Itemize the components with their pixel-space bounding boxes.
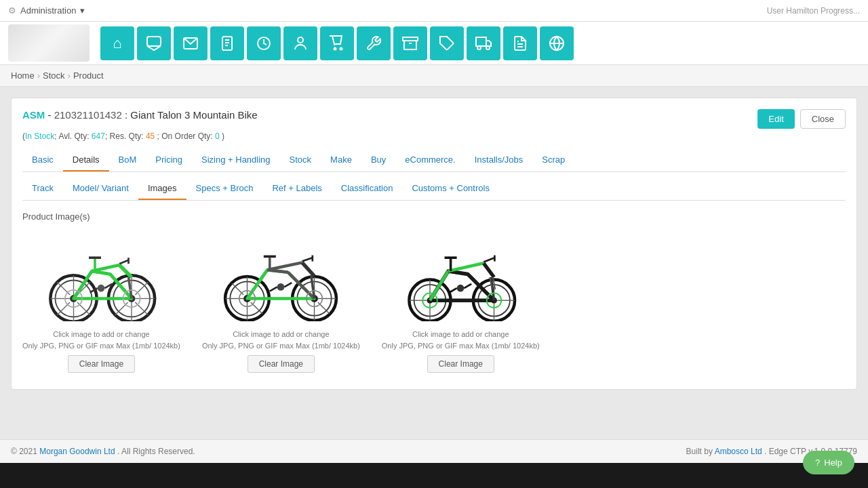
tab-sizing[interactable]: Sizing + Handling <box>192 149 280 171</box>
svg-point-8 <box>334 47 336 49</box>
tab-installs[interactable]: Installs/Jobs <box>465 149 533 171</box>
image-item-2: Click image to add or change Only JPG, P… <box>202 230 360 373</box>
help-question-icon: ? <box>815 458 820 463</box>
help-button[interactable]: ? Help <box>803 451 854 463</box>
product-title: ASM - 210321101432 : Giant Talon 3 Mount… <box>22 109 258 121</box>
globe-nav-btn[interactable] <box>540 26 574 60</box>
tab-model-variant[interactable]: Model/ Variant <box>63 178 138 200</box>
breadcrumb-sep1: › <box>37 70 40 81</box>
svg-line-50 <box>119 260 129 264</box>
tab-ref-labels[interactable]: Ref + Labels <box>262 178 331 200</box>
tab-images[interactable]: Images <box>138 178 186 200</box>
res-qty: 45 <box>146 131 155 141</box>
breadcrumb: Home › Stock › Product <box>0 65 868 87</box>
click-caption-3: Click image to add or change <box>382 329 540 340</box>
help-label: Help <box>824 458 842 463</box>
svg-rect-13 <box>476 37 486 46</box>
svg-line-119 <box>450 288 457 292</box>
tabs-level2: Track Model/ Variant Images Specs + Broc… <box>22 178 846 201</box>
product-colon: : <box>122 109 131 121</box>
tab-make[interactable]: Make <box>321 149 361 171</box>
top-bar: ⚙ Administration ▾ User Hamilton Progres… <box>0 0 868 22</box>
breadcrumb-sep2: › <box>68 70 71 81</box>
svg-line-81 <box>268 262 302 270</box>
person-nav-btn[interactable] <box>283 26 317 60</box>
clipboard-nav-btn[interactable] <box>210 26 244 60</box>
tab-specs-broch[interactable]: Specs + Broch <box>186 178 263 200</box>
mail-nav-btn[interactable] <box>174 26 208 60</box>
svg-line-89 <box>270 287 277 291</box>
svg-line-120 <box>465 284 472 288</box>
copyright-year: © 2021 <box>11 447 37 456</box>
tab-classification[interactable]: Classification <box>332 178 403 200</box>
breadcrumb-home[interactable]: Home <box>11 70 35 81</box>
product-header: ASM - 210321101432 : Giant Talon 3 Mount… <box>22 109 846 129</box>
image-caption-3: Click image to add or change Only JPG, P… <box>382 329 540 351</box>
avl-label: Avl. Qty: <box>58 131 89 141</box>
product-stock: (In Stock; Avl. Qty: 647; Res. Qty: 45 ;… <box>22 131 846 141</box>
tab-details[interactable]: Details <box>63 149 109 171</box>
tab-scrap[interactable]: Scrap <box>532 149 574 171</box>
nav-icons: ⌂ <box>100 26 574 60</box>
breadcrumb-product[interactable]: Product <box>73 70 104 81</box>
images-label: Product Image(s) <box>22 211 846 222</box>
document-nav-btn[interactable] <box>503 26 537 60</box>
svg-point-88 <box>277 283 285 291</box>
order-label: On Order Qty: <box>161 131 212 141</box>
svg-rect-0 <box>147 37 161 46</box>
admin-dropdown-arrow[interactable]: ▾ <box>80 5 85 16</box>
tab-track[interactable]: Track <box>22 178 63 200</box>
close-button[interactable]: Close <box>800 109 846 129</box>
admin-label: Administration <box>20 5 76 16</box>
clear-image-btn-1[interactable]: Clear Image <box>68 355 135 373</box>
gear-icon: ⚙ <box>8 5 16 16</box>
footer-company-link[interactable]: Morgan Goodwin Ltd <box>39 447 115 456</box>
cart-nav-btn[interactable] <box>320 26 354 60</box>
clear-image-btn-3[interactable]: Clear Image <box>427 355 494 373</box>
tab-pricing[interactable]: Pricing <box>146 149 192 171</box>
product-sep: - <box>45 109 54 121</box>
svg-point-9 <box>340 47 342 49</box>
tab-customs-controls[interactable]: Customs + Controls <box>402 178 499 200</box>
image-container-3[interactable] <box>393 230 528 325</box>
clock-nav-btn[interactable] <box>247 26 281 60</box>
box-nav-btn[interactable] <box>393 26 427 60</box>
tab-buy[interactable]: Buy <box>361 149 395 171</box>
svg-line-84 <box>302 258 313 261</box>
footer-builder-link[interactable]: Ambosco Ltd <box>715 447 762 456</box>
product-card: ASM - 210321101432 : Giant Talon 3 Mount… <box>11 98 857 390</box>
images-section: Product Image(s) <box>22 201 846 378</box>
svg-line-111 <box>448 263 484 271</box>
built-by-label: Built by <box>686 447 713 456</box>
tab-stock[interactable]: Stock <box>280 149 321 171</box>
tab-ecommerce[interactable]: eCommerce. <box>395 149 465 171</box>
header-buttons: Edit Close <box>757 109 846 129</box>
image-item-1: Click image to add or change Only JPG, P… <box>22 230 180 373</box>
svg-line-112 <box>484 263 494 277</box>
tab-bom[interactable]: BoM <box>109 149 146 171</box>
svg-rect-10 <box>403 37 418 41</box>
image-caption-2: Click image to add or change Only JPG, P… <box>202 329 360 351</box>
image-container-2[interactable] <box>213 230 349 325</box>
top-bar-left: ⚙ Administration ▾ <box>8 5 85 16</box>
truck-nav-btn[interactable] <box>467 26 500 60</box>
tab-basic[interactable]: Basic <box>22 149 63 171</box>
edit-button[interactable]: Edit <box>757 109 794 129</box>
format-caption-1: Only JPG, PNG or GIF max Max (1mb/ 1024k… <box>22 340 180 352</box>
svg-line-82 <box>302 262 315 276</box>
user-info: User Hamilton Progress... <box>767 6 860 16</box>
svg-line-114 <box>484 258 494 262</box>
svg-point-54 <box>98 285 105 292</box>
svg-point-118 <box>457 285 465 292</box>
clear-image-btn-2[interactable]: Clear Image <box>248 355 315 373</box>
breadcrumb-stock[interactable]: Stock <box>43 70 65 81</box>
svg-point-7 <box>298 37 303 43</box>
home-nav-btn[interactable]: ⌂ <box>100 26 134 60</box>
logo-nav-area: ⌂ <box>0 22 868 65</box>
wrench-nav-btn[interactable] <box>357 26 391 60</box>
svg-marker-14 <box>486 41 491 46</box>
chat-nav-btn[interactable] <box>137 26 171 60</box>
image-caption-1: Click image to add or change Only JPG, P… <box>22 329 180 351</box>
image-container-1[interactable] <box>33 230 169 325</box>
tag-nav-btn[interactable] <box>430 26 464 60</box>
